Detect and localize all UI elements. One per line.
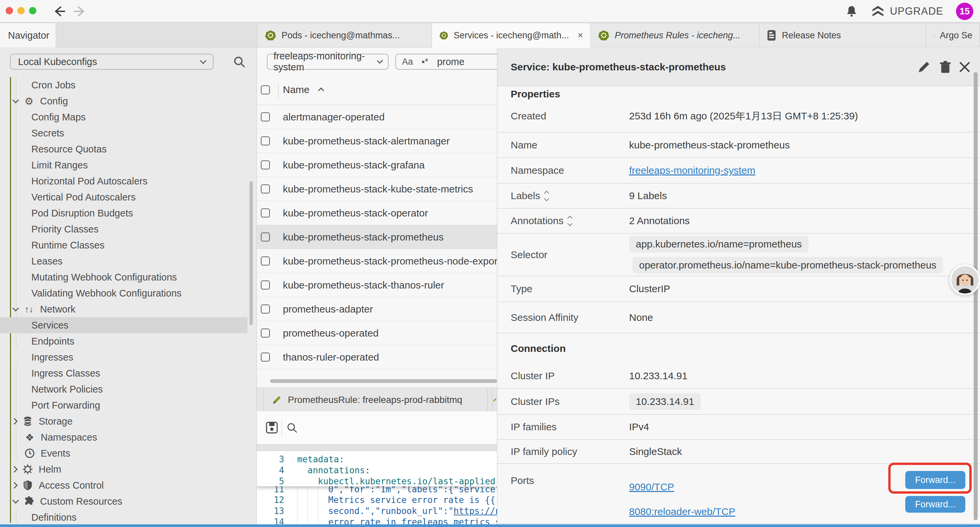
table-row-selected[interactable]: kube-prometheus-stack-prometheus xyxy=(257,225,497,249)
regex-icon[interactable]: ▪* xyxy=(422,57,428,67)
user-avatar[interactable] xyxy=(950,264,980,295)
sidebar-item-validating-webhook-configurations[interactable]: Validating Webhook Configurations xyxy=(0,285,257,301)
close-icon[interactable] xyxy=(958,60,972,74)
editor-tab-partial[interactable] xyxy=(492,388,497,412)
horizontal-scrollbar[interactable] xyxy=(270,379,497,383)
sidebar-item-events[interactable]: Events xyxy=(0,445,257,461)
navigator-panel-tab[interactable]: Navigator xyxy=(0,23,56,47)
sidebar-item-mutating-webhook-configurations[interactable]: Mutating Webhook Configurations xyxy=(0,269,257,285)
sidebar-scrollbar[interactable] xyxy=(250,181,253,325)
yaml-editor[interactable]: 11 0","for":"1m","labels":{"service":"f … xyxy=(257,451,497,524)
chevron-right-icon[interactable] xyxy=(11,482,18,489)
sidebar-item-config[interactable]: ⚙ Config xyxy=(0,93,257,109)
chevron-right-icon[interactable] xyxy=(11,466,18,473)
row-checkbox[interactable] xyxy=(261,161,270,169)
forward-button[interactable]: Forward... xyxy=(905,496,965,513)
sidebar-item-services[interactable]: Services xyxy=(0,317,248,333)
namespace-select[interactable]: freeleaps-monitoring-system xyxy=(267,54,388,70)
notification-count-badge[interactable]: 15 xyxy=(956,3,973,20)
chevron-down-icon[interactable] xyxy=(12,497,19,504)
sidebar-item-horizontal-pod-autoscalers[interactable]: Horizontal Pod Autoscalers xyxy=(0,173,257,189)
table-row[interactable]: thanos-ruler-operated xyxy=(257,345,497,369)
sidebar-item-resource-quotas[interactable]: Resource Quotas xyxy=(0,141,257,157)
table-row[interactable]: alertmanager-operated xyxy=(257,105,497,129)
sidebar-item-limit-ranges[interactable]: Limit Ranges xyxy=(0,157,257,173)
sidebar-item-definitions[interactable]: Definitions xyxy=(0,509,257,525)
row-checkbox[interactable] xyxy=(261,256,270,266)
sidebar-item-cron-jobs[interactable]: Cron Jobs xyxy=(0,77,257,93)
row-checkbox[interactable] xyxy=(261,353,270,361)
sidebar-item-leases[interactable]: Leases xyxy=(0,253,257,269)
chevron-right-icon[interactable] xyxy=(11,418,18,425)
property-label[interactable]: Labels xyxy=(497,190,629,201)
prometheusrule-editor-tab[interactable]: PrometheusRule: freeleaps-prod-rabbitmq xyxy=(264,388,488,412)
sidebar-item-secrets[interactable]: Secrets xyxy=(0,125,257,141)
tab-pods[interactable]: Pods - icecheng@mathmas... xyxy=(257,24,432,47)
port-link[interactable]: 9090/TCP xyxy=(629,481,674,493)
name-column-header[interactable]: Name xyxy=(283,84,323,96)
row-checkbox[interactable] xyxy=(261,112,270,121)
row-checkbox[interactable] xyxy=(261,209,270,218)
search-icon[interactable] xyxy=(286,422,298,434)
select-all-checkbox[interactable] xyxy=(261,85,270,94)
kubeconfig-select[interactable]: Local Kubeconfigs xyxy=(10,54,213,70)
trash-icon[interactable] xyxy=(938,60,952,74)
sidebar-item-helm[interactable]: Helm xyxy=(0,461,257,477)
row-checkbox[interactable] xyxy=(261,232,270,242)
back-arrow-icon[interactable] xyxy=(52,4,66,19)
upgrade-button[interactable]: UPGRADE xyxy=(870,4,943,19)
table-row[interactable]: kube-prometheus-stack-kube-state-metrics xyxy=(257,177,497,201)
url-link[interactable]: https://net xyxy=(453,506,497,516)
sidebar-item-runtime-classes[interactable]: Runtime Classes xyxy=(0,237,257,253)
row-checkbox[interactable] xyxy=(261,280,270,290)
sidebar-item-namespaces[interactable]: ❖ Namespaces xyxy=(0,429,257,445)
maximize-traffic-light[interactable] xyxy=(29,7,37,14)
filter-input[interactable]: Aa ▪* prome xyxy=(395,54,497,70)
table-row[interactable]: kube-prometheus-stack-prometheus-node-ex… xyxy=(257,249,497,273)
chevron-down-icon[interactable] xyxy=(12,305,19,312)
cluster-ip-chip[interactable]: 10.233.14.91 xyxy=(629,393,701,410)
sidebar-item-custom-resources[interactable]: Custom Resources xyxy=(0,493,257,509)
search-icon[interactable] xyxy=(233,56,246,69)
selector-chip[interactable]: app.kubernetes.io/name=prometheus xyxy=(629,236,808,253)
close-tab-icon[interactable]: × xyxy=(578,30,583,41)
sidebar-item-pod-disruption-budgets[interactable]: Pod Disruption Budgets xyxy=(0,205,257,221)
tab-release-notes[interactable]: Release Notes xyxy=(759,24,926,47)
namespace-link[interactable]: freeleaps-monitoring-system xyxy=(629,165,755,176)
table-row[interactable]: prometheus-operated xyxy=(257,321,497,345)
selector-chip[interactable]: operator.prometheus.io/name=kube-prometh… xyxy=(632,257,943,274)
sidebar-item-storage[interactable]: Storage xyxy=(0,413,257,429)
chevron-down-icon[interactable] xyxy=(12,97,19,103)
table-row[interactable]: kube-prometheus-stack-thanos-ruler xyxy=(257,273,497,297)
sidebar-item-network-policies[interactable]: Network Policies xyxy=(0,381,257,397)
minimize-traffic-light[interactable] xyxy=(18,7,25,14)
property-label[interactable]: Annotations xyxy=(497,215,629,226)
tab-argo[interactable]: Argo Se xyxy=(926,24,980,47)
drawer-scrollbar[interactable] xyxy=(974,72,978,520)
sidebar-item-ingress-classes[interactable]: Ingress Classes xyxy=(0,365,257,381)
save-icon[interactable] xyxy=(266,421,278,434)
sidebar-item-endpoints[interactable]: Endpoints xyxy=(0,333,257,349)
row-checkbox[interactable] xyxy=(261,304,270,314)
bell-icon[interactable] xyxy=(845,5,858,18)
table-row[interactable]: prometheus-adapter xyxy=(257,297,497,321)
sidebar-item-priority-classes[interactable]: Priority Classes xyxy=(0,221,257,237)
tab-prometheus-rules[interactable]: Prometheus Rules - icecheng... xyxy=(590,24,759,47)
sidebar-item-access-control[interactable]: Access Control xyxy=(0,477,257,493)
close-traffic-light[interactable] xyxy=(6,7,13,14)
sidebar-item-network[interactable]: ↑↓ Network xyxy=(0,301,257,317)
port-link[interactable]: 8080:reloader-web/TCP xyxy=(629,506,735,517)
row-checkbox[interactable] xyxy=(261,137,270,145)
table-row[interactable]: kube-prometheus-stack-alertmanager xyxy=(257,129,497,153)
row-checkbox[interactable] xyxy=(261,185,270,193)
table-row[interactable]: kube-prometheus-stack-grafana xyxy=(257,153,497,177)
match-case-icon[interactable]: Aa xyxy=(402,57,413,67)
row-checkbox[interactable] xyxy=(261,328,270,338)
tab-services[interactable]: Services - icecheng@math... × xyxy=(432,23,590,47)
edit-pencil-icon[interactable] xyxy=(917,60,931,74)
table-row[interactable]: kube-prometheus-stack-operator xyxy=(257,201,497,225)
sidebar-item-port-forwarding[interactable]: Port Forwarding xyxy=(0,397,257,413)
sidebar-item-ingresses[interactable]: Ingresses xyxy=(0,349,257,365)
sidebar-item-vertical-pod-autoscalers[interactable]: Vertical Pod Autoscalers xyxy=(0,189,257,205)
sidebar-item-config-maps[interactable]: Config Maps xyxy=(0,109,257,125)
